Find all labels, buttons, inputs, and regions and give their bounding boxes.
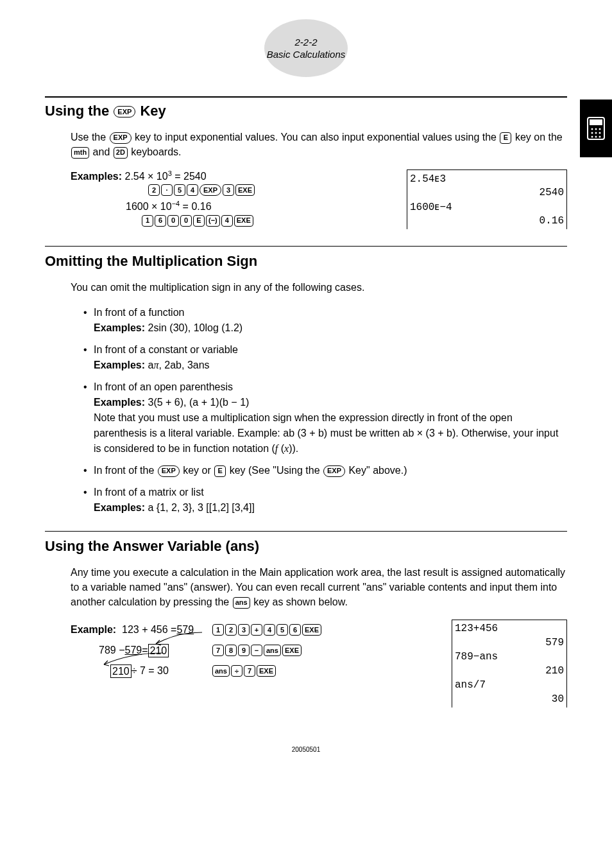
exp-intro: Use the EXP key to input exponential val… — [71, 130, 567, 159]
list-item: In front of a constant or variable Examp… — [83, 342, 567, 373]
key-sequence-1: 2·54EXP3EXE — [148, 184, 255, 196]
key-sequence: 123+456EXE — [212, 620, 340, 640]
section-heading-omit: Omitting the Multiplication Sign — [45, 253, 567, 270]
page-header-badge: 2-2-2 Basic Calculations — [264, 19, 348, 77]
e-key-icon: E — [500, 132, 511, 144]
section-heading-ans: Using the Answer Variable (ans) — [45, 538, 567, 555]
page-title: Basic Calculations — [267, 48, 346, 61]
calc-screen-exp: 2.54ᴇ3 2540 1600ᴇ−4 0.16 — [407, 169, 567, 229]
exp-key-icon: EXP — [158, 465, 180, 477]
e-key-icon: E — [214, 465, 226, 477]
divider — [45, 246, 567, 247]
page-number: 2-2-2 — [294, 36, 317, 49]
list-item: In front of an open parenthesis Examples… — [83, 379, 567, 456]
mth-key-icon: mth — [71, 147, 89, 159]
2d-key-icon: 2D — [114, 147, 128, 159]
omit-list: In front of a function Examples: 2sin (3… — [83, 305, 567, 516]
footer-date: 20050501 — [45, 746, 567, 753]
exp-examples: Examples: 2.54 × 103 = 2540 2·54EXP3EXE … — [71, 169, 255, 230]
list-item: In front of a function Examples: 2sin (3… — [83, 305, 567, 336]
ans-intro: Any time you execute a calculation in th… — [71, 565, 567, 610]
key-sequence: 789−ansEXE — [212, 640, 340, 661]
calc-screen-ans: 123+456 579 789−ans 210 ans/7 30 — [452, 620, 567, 707]
exp-key-icon: EXP — [110, 132, 132, 144]
list-item: In front of the EXP key or E key (See "U… — [83, 463, 567, 478]
arrow-icon — [99, 652, 169, 670]
ans-example: Example: 123 + 456 = 579 789 − 579 = 210… — [71, 620, 567, 707]
section-heading-exp: Using the EXP Key — [45, 103, 567, 119]
ans-key-icon: ans — [233, 597, 250, 609]
exp-key-icon: EXP — [114, 106, 135, 117]
key-sequence-2: 1600E(−)4EXE — [141, 214, 255, 227]
exp-key-icon: EXP — [323, 465, 345, 477]
list-item: In front of a matrix or list Examples: a… — [83, 485, 567, 516]
divider — [45, 96, 567, 98]
key-sequence: ans÷7EXE — [212, 661, 340, 681]
divider — [45, 531, 567, 532]
omit-intro: You can omit the multiplication sign in … — [71, 280, 567, 295]
